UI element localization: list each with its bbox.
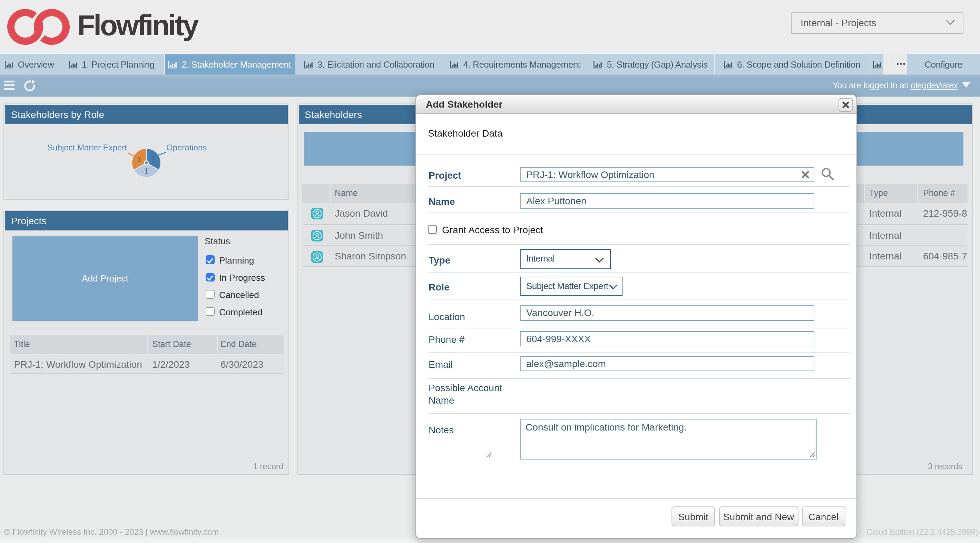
svg-text:1: 1 (137, 155, 141, 164)
svg-text:1: 1 (144, 167, 148, 175)
svg-text:1: 1 (151, 154, 156, 163)
